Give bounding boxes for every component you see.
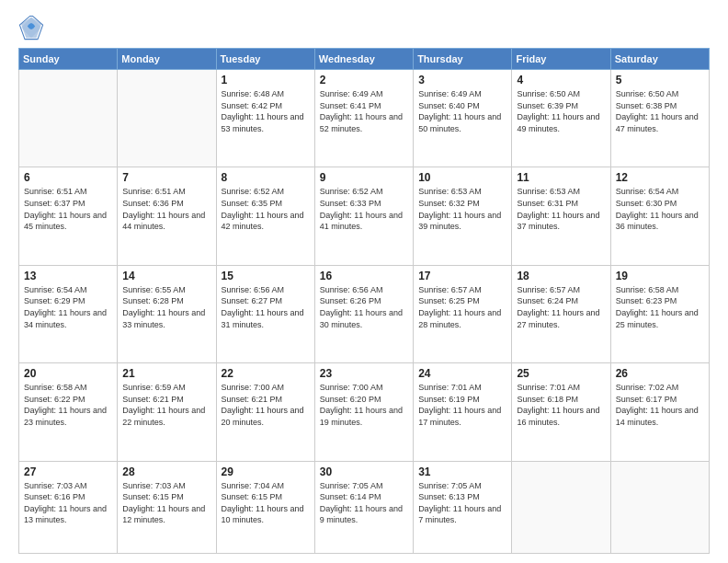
day-detail: Sunrise: 6:56 AM Sunset: 6:26 PM Dayligh… [320, 284, 408, 330]
day-detail: Sunrise: 6:49 AM Sunset: 6:40 PM Dayligh… [418, 88, 506, 134]
day-detail: Sunrise: 6:52 AM Sunset: 6:35 PM Dayligh… [222, 186, 310, 232]
day-detail: Sunrise: 6:51 AM Sunset: 6:36 PM Dayligh… [122, 186, 210, 232]
day-detail: Sunrise: 6:55 AM Sunset: 6:28 PM Dayligh… [122, 284, 210, 330]
day-detail: Sunrise: 6:58 AM Sunset: 6:23 PM Dayligh… [616, 284, 704, 330]
day-number: 24 [418, 367, 506, 380]
day-detail: Sunrise: 6:50 AM Sunset: 6:38 PM Dayligh… [616, 88, 704, 134]
day-number: 21 [122, 367, 210, 380]
calendar-cell: 2Sunrise: 6:49 AM Sunset: 6:41 PM Daylig… [314, 70, 413, 167]
calendar-cell: 4Sunrise: 6:50 AM Sunset: 6:39 PM Daylig… [512, 70, 610, 167]
day-number: 25 [517, 367, 605, 380]
day-number: 19 [616, 270, 704, 282]
day-number: 5 [616, 74, 704, 86]
day-detail: Sunrise: 7:03 AM Sunset: 6:15 PM Dayligh… [122, 480, 210, 526]
day-detail: Sunrise: 6:52 AM Sunset: 6:33 PM Dayligh… [320, 186, 408, 232]
day-detail: Sunrise: 7:01 AM Sunset: 6:19 PM Dayligh… [418, 382, 506, 428]
day-detail: Sunrise: 6:58 AM Sunset: 6:22 PM Dayligh… [24, 382, 112, 428]
calendar-cell: 15Sunrise: 6:56 AM Sunset: 6:27 PM Dayli… [216, 265, 314, 362]
calendar-cell: 17Sunrise: 6:57 AM Sunset: 6:25 PM Dayli… [414, 265, 512, 362]
calendar-cell: 5Sunrise: 6:50 AM Sunset: 6:38 PM Daylig… [610, 70, 709, 167]
day-detail: Sunrise: 6:53 AM Sunset: 6:32 PM Dayligh… [418, 186, 506, 232]
calendar-cell: 28Sunrise: 7:03 AM Sunset: 6:15 PM Dayli… [118, 461, 216, 553]
day-detail: Sunrise: 7:01 AM Sunset: 6:18 PM Dayligh… [517, 382, 605, 428]
calendar-cell: 8Sunrise: 6:52 AM Sunset: 6:35 PM Daylig… [216, 167, 314, 265]
day-number: 4 [517, 74, 605, 86]
weekday-header-saturday: Saturday [610, 49, 709, 70]
day-detail: Sunrise: 7:04 AM Sunset: 6:15 PM Dayligh… [222, 480, 310, 526]
calendar-cell: 19Sunrise: 6:58 AM Sunset: 6:23 PM Dayli… [610, 265, 709, 362]
day-number: 3 [418, 74, 506, 86]
calendar-cell: 10Sunrise: 6:53 AM Sunset: 6:32 PM Dayli… [414, 167, 512, 265]
calendar-cell: 25Sunrise: 7:01 AM Sunset: 6:18 PM Dayli… [512, 363, 610, 461]
day-detail: Sunrise: 6:56 AM Sunset: 6:27 PM Dayligh… [222, 284, 310, 330]
day-number: 29 [222, 465, 310, 478]
calendar-cell: 22Sunrise: 7:00 AM Sunset: 6:21 PM Dayli… [216, 363, 314, 461]
weekday-header-sunday: Sunday [19, 49, 118, 70]
day-number: 1 [222, 74, 310, 86]
day-number: 16 [320, 270, 408, 282]
calendar-cell: 23Sunrise: 7:00 AM Sunset: 6:20 PM Dayli… [314, 363, 413, 461]
header [18, 15, 710, 40]
day-detail: Sunrise: 7:00 AM Sunset: 6:21 PM Dayligh… [222, 382, 310, 428]
day-detail: Sunrise: 6:49 AM Sunset: 6:41 PM Dayligh… [320, 88, 408, 134]
calendar-table: SundayMondayTuesdayWednesdayThursdayFrid… [18, 48, 710, 554]
logo [18, 15, 48, 40]
day-number: 22 [222, 367, 310, 380]
calendar-cell: 16Sunrise: 6:56 AM Sunset: 6:26 PM Dayli… [314, 265, 413, 362]
calendar-cell: 24Sunrise: 7:01 AM Sunset: 6:19 PM Dayli… [414, 363, 512, 461]
calendar-cell: 27Sunrise: 7:03 AM Sunset: 6:16 PM Dayli… [19, 461, 118, 553]
calendar-cell: 29Sunrise: 7:04 AM Sunset: 6:15 PM Dayli… [216, 461, 314, 553]
weekday-header-friday: Friday [512, 49, 610, 70]
day-detail: Sunrise: 6:54 AM Sunset: 6:29 PM Dayligh… [24, 284, 112, 330]
calendar-week-row: 20Sunrise: 6:58 AM Sunset: 6:22 PM Dayli… [19, 363, 710, 461]
weekday-header-thursday: Thursday [414, 49, 512, 70]
page: SundayMondayTuesdayWednesdayThursdayFrid… [0, 0, 728, 563]
day-detail: Sunrise: 7:05 AM Sunset: 6:13 PM Dayligh… [418, 480, 506, 526]
day-number: 8 [222, 171, 310, 184]
day-detail: Sunrise: 6:54 AM Sunset: 6:30 PM Dayligh… [616, 186, 704, 232]
day-detail: Sunrise: 6:53 AM Sunset: 6:31 PM Dayligh… [517, 186, 605, 232]
calendar-cell: 14Sunrise: 6:55 AM Sunset: 6:28 PM Dayli… [118, 265, 216, 362]
day-detail: Sunrise: 6:48 AM Sunset: 6:42 PM Dayligh… [222, 88, 310, 134]
calendar-cell: 7Sunrise: 6:51 AM Sunset: 6:36 PM Daylig… [118, 167, 216, 265]
calendar-week-row: 13Sunrise: 6:54 AM Sunset: 6:29 PM Dayli… [19, 265, 710, 362]
calendar-cell [19, 70, 118, 167]
day-number: 9 [320, 171, 408, 184]
weekday-header-wednesday: Wednesday [314, 49, 413, 70]
calendar-week-row: 27Sunrise: 7:03 AM Sunset: 6:16 PM Dayli… [19, 461, 710, 553]
weekday-header-row: SundayMondayTuesdayWednesdayThursdayFrid… [19, 49, 710, 70]
calendar-cell: 31Sunrise: 7:05 AM Sunset: 6:13 PM Dayli… [414, 461, 512, 553]
day-number: 10 [418, 171, 506, 184]
calendar-cell: 18Sunrise: 6:57 AM Sunset: 6:24 PM Dayli… [512, 265, 610, 362]
calendar-week-row: 6Sunrise: 6:51 AM Sunset: 6:37 PM Daylig… [19, 167, 710, 265]
calendar-week-row: 1Sunrise: 6:48 AM Sunset: 6:42 PM Daylig… [19, 70, 710, 167]
day-detail: Sunrise: 7:03 AM Sunset: 6:16 PM Dayligh… [24, 480, 112, 526]
day-number: 14 [122, 270, 210, 282]
calendar-cell [118, 70, 216, 167]
day-number: 2 [320, 74, 408, 86]
day-number: 12 [616, 171, 704, 184]
day-number: 6 [24, 171, 112, 184]
day-number: 15 [222, 270, 310, 282]
calendar-cell: 21Sunrise: 6:59 AM Sunset: 6:21 PM Dayli… [118, 363, 216, 461]
day-number: 11 [517, 171, 605, 184]
day-number: 27 [24, 465, 112, 478]
calendar-cell: 20Sunrise: 6:58 AM Sunset: 6:22 PM Dayli… [19, 363, 118, 461]
calendar-cell: 9Sunrise: 6:52 AM Sunset: 6:33 PM Daylig… [314, 167, 413, 265]
calendar-cell [512, 461, 610, 553]
day-number: 23 [320, 367, 408, 380]
day-detail: Sunrise: 6:59 AM Sunset: 6:21 PM Dayligh… [122, 382, 210, 428]
day-number: 30 [320, 465, 408, 478]
day-detail: Sunrise: 7:00 AM Sunset: 6:20 PM Dayligh… [320, 382, 408, 428]
day-number: 18 [517, 270, 605, 282]
day-detail: Sunrise: 6:51 AM Sunset: 6:37 PM Dayligh… [24, 186, 112, 232]
calendar-cell: 13Sunrise: 6:54 AM Sunset: 6:29 PM Dayli… [19, 265, 118, 362]
day-number: 17 [418, 270, 506, 282]
weekday-header-monday: Monday [118, 49, 216, 70]
calendar-cell: 30Sunrise: 7:05 AM Sunset: 6:14 PM Dayli… [314, 461, 413, 553]
day-detail: Sunrise: 6:57 AM Sunset: 6:25 PM Dayligh… [418, 284, 506, 330]
day-number: 26 [616, 367, 704, 380]
calendar-cell: 12Sunrise: 6:54 AM Sunset: 6:30 PM Dayli… [610, 167, 709, 265]
day-number: 28 [122, 465, 210, 478]
calendar-cell: 26Sunrise: 7:02 AM Sunset: 6:17 PM Dayli… [610, 363, 709, 461]
